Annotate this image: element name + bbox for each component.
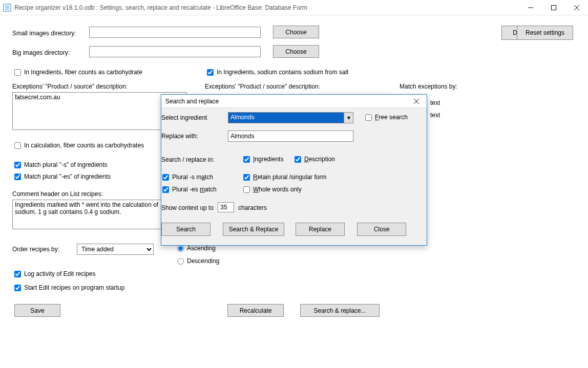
minimize-button[interactable] — [519, 0, 542, 15]
maximize-button[interactable] — [542, 0, 565, 15]
free-search-label: Free search — [375, 114, 408, 121]
show-context-pre-label: Show context up to — [161, 204, 214, 211]
comment-header-label: Comment header on List recipes: — [12, 190, 103, 198]
dialog-close-button[interactable] — [410, 95, 423, 107]
close-button[interactable] — [565, 0, 588, 15]
log-activity-checkbox[interactable]: Log activity of Edit recipes — [14, 270, 95, 277]
svg-rect-5 — [551, 5, 556, 10]
whole-words-label: Whole words only — [253, 186, 302, 193]
description-checkbox[interactable]: Description — [295, 156, 335, 163]
match-option-text-2: text — [430, 112, 440, 119]
window-title: Recipe organizer v18.1.0.odb : Settings,… — [14, 4, 307, 11]
fiber-carb-checkbox[interactable]: In Ingredients, fiber counts as carbohyd… — [14, 69, 142, 76]
dialog-close-btn[interactable]: Close — [357, 223, 406, 236]
reset-settings-button[interactable]: Reset settings — [517, 26, 573, 40]
window-titlebar: Recipe organizer v18.1.0.odb : Settings,… — [0, 0, 588, 15]
replace-with-input[interactable] — [228, 131, 353, 142]
select-ingredient-combo[interactable]: Almonds ▾ — [228, 112, 353, 123]
fiber-calc-label: In calculation, fiber counts as carbohyd… — [24, 142, 144, 149]
context-chars-input[interactable] — [218, 202, 234, 212]
search-replace-dialog: Search and replace Select ingredient Alm… — [161, 94, 427, 246]
search-replace-in-label: Search / replace in: — [161, 156, 214, 163]
recalculate-button[interactable]: Recalculate — [227, 304, 284, 317]
descending-radio[interactable]: Descending — [177, 257, 219, 265]
small-images-label: Small images directory: — [12, 30, 76, 37]
description-cb-label: Description — [304, 156, 335, 163]
sodium-salt-checkbox[interactable]: In Ingredients, sodium contains sodium f… — [207, 69, 348, 76]
plural-s-match-checkbox[interactable]: Plural -s match — [162, 174, 213, 181]
match-option-text-1: text — [430, 99, 440, 106]
ascending-radio[interactable]: Ascending — [177, 245, 216, 252]
select-ingredient-value: Almonds — [228, 113, 344, 123]
search-replace-button[interactable]: Search & replace... — [300, 304, 380, 317]
descending-label: Descending — [187, 257, 219, 265]
chevron-down-icon: ▾ — [344, 113, 353, 123]
plural-s-checkbox[interactable]: Match plural "-s" of ingredients — [14, 161, 108, 168]
plural-es-label: Match plural "-es" of ingredients — [24, 173, 111, 180]
retain-plural-label: Retain plural /singular form — [253, 174, 326, 181]
plural-es-match-label: Plural -es match — [172, 186, 217, 193]
dialog-title: Search and replace — [165, 98, 219, 105]
fiber-carb-label: In Ingredients, fiber counts as carbohyd… — [24, 69, 142, 76]
big-images-input[interactable] — [89, 46, 261, 57]
app-icon — [3, 4, 11, 12]
big-images-label: Big images directory: — [12, 49, 70, 56]
small-images-input[interactable] — [89, 27, 261, 38]
sodium-salt-label: In Ingredients, sodium contains sodium f… — [217, 69, 348, 76]
ingredients-cb-label: Ingredients — [253, 156, 283, 163]
match-exceptions-label: Match exceptions by: — [400, 83, 457, 90]
plural-s-label: Match plural "-s" of ingredients — [24, 161, 108, 168]
whole-words-checkbox[interactable]: Whole words only — [243, 186, 302, 193]
exceptions-left-textarea[interactable]: fatsecret.com.au — [12, 92, 186, 130]
save-button[interactable]: Save — [14, 304, 60, 317]
fiber-calc-checkbox[interactable]: In calculation, fiber counts as carbohyd… — [14, 142, 144, 149]
choose-small-button[interactable]: Choose — [273, 26, 319, 38]
log-activity-label: Log activity of Edit recipes — [24, 270, 95, 277]
start-edit-label: Start Edit recipes on program startup — [24, 284, 124, 291]
ascending-label: Ascending — [187, 245, 216, 252]
comment-header-textarea[interactable]: Ingredients marked with * went into the … — [12, 200, 181, 229]
order-recipes-select[interactable]: Time added — [77, 244, 154, 255]
order-recipes-label: Order recipes by: — [12, 246, 59, 253]
exceptions-left-label: Exceptions' "Product / source" descripti… — [12, 83, 128, 90]
show-context-post-label: characters — [238, 204, 267, 211]
select-ingredient-label: Select ingredient — [161, 114, 207, 121]
plural-s-match-label: Plural -s match — [172, 174, 213, 181]
exceptions-right-label: Exceptions' "Product / source" descripti… — [205, 83, 320, 90]
start-edit-checkbox[interactable]: Start Edit recipes on program startup — [14, 284, 124, 291]
replace-with-label: Replace with: — [161, 133, 198, 140]
plural-es-checkbox[interactable]: Match plural "-es" of ingredients — [14, 173, 111, 180]
plural-es-match-checkbox[interactable]: Plural -es match — [162, 186, 217, 193]
dialog-titlebar: Search and replace — [161, 95, 427, 108]
dialog-search-replace-button[interactable]: Search & Replace — [223, 223, 284, 236]
choose-big-button[interactable]: Choose — [273, 45, 319, 58]
dialog-search-button[interactable]: Search — [161, 223, 211, 236]
ingredients-checkbox[interactable]: Ingredients — [243, 156, 283, 163]
retain-plural-checkbox[interactable]: Retain plural /singular form — [243, 174, 326, 181]
free-search-checkbox[interactable]: Free search — [365, 114, 408, 121]
dialog-replace-button[interactable]: Replace — [296, 223, 345, 236]
